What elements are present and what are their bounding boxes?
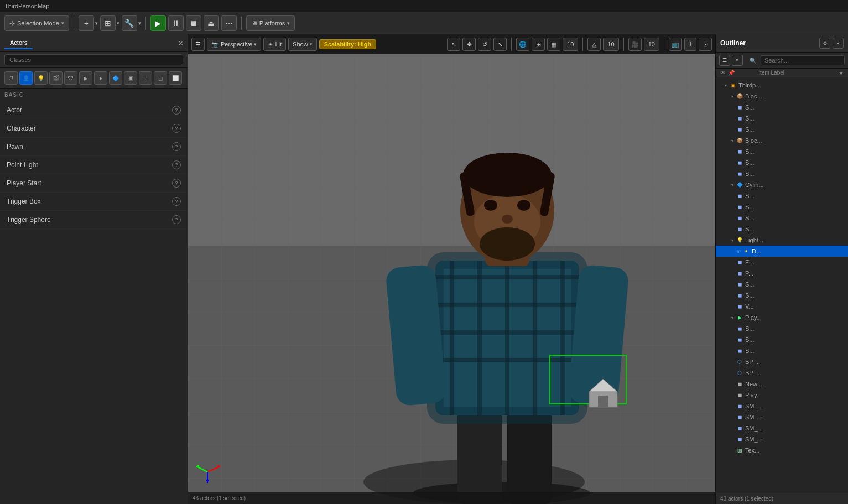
rotate-tool-button[interactable]: ↺ (478, 38, 491, 51)
angle-size-button[interactable]: 10 (603, 38, 618, 51)
platforms-button[interactable]: 🖥 Platforms ▾ (246, 15, 295, 31)
eject-button[interactable]: ⏏ (204, 15, 219, 31)
outliner-sort-button[interactable]: ≡ (732, 55, 743, 66)
tree-item-s5[interactable]: ◼ S... (716, 157, 848, 168)
class-icon-actor[interactable]: 👤 (19, 71, 33, 85)
tree-item-s14[interactable]: ◼ S... (716, 334, 848, 345)
tree-item-sm3[interactable]: ◼ SM_... (716, 423, 848, 434)
viewport-menu-button[interactable]: ☰ (191, 38, 205, 51)
tree-item-block1[interactable]: ▾ 📦 Bloc... (716, 91, 848, 102)
class-item-pawn[interactable]: Pawn ? (0, 138, 188, 156)
angle-snap-button[interactable]: △ (587, 38, 601, 51)
expand-arrow-play[interactable]: ▾ (729, 314, 736, 321)
grid-snap-button[interactable]: ▦ (547, 38, 560, 51)
stop-button[interactable]: ⏹ (186, 15, 201, 31)
outliner-settings-button[interactable]: ⚙ (819, 38, 830, 49)
class-icon-camera[interactable]: 🎬 (49, 71, 63, 85)
show-button[interactable]: Show ▾ (288, 38, 317, 51)
class-icon-physics[interactable]: □ (139, 71, 152, 85)
tree-item-s1[interactable]: ◼ S... (716, 102, 848, 113)
tree-item-s13[interactable]: ◼ S... (716, 323, 848, 334)
selection-mode-button[interactable]: ⊹ Selection Mode ▾ (4, 15, 69, 31)
point-light-help-icon[interactable]: ? (172, 160, 181, 169)
player-start-help-icon[interactable]: ? (172, 179, 181, 188)
class-item-character[interactable]: Character ? (0, 119, 188, 138)
tree-item-s8[interactable]: ◼ S... (716, 201, 848, 212)
tree-item-s12[interactable]: ◼ S... (716, 290, 848, 301)
class-icon-recent[interactable]: ⏱ (4, 71, 18, 85)
tree-item-thirdpersonmap[interactable]: ▾ ▣ Thirdp... (716, 80, 848, 91)
class-item-player-start[interactable]: Player Start ? (0, 174, 188, 193)
tree-item-s10[interactable]: ◼ S... (716, 224, 848, 235)
outliner-tree[interactable]: ▾ ▣ Thirdp... ▾ 📦 Bloc... ◼ S... ◼ S... … (716, 77, 848, 493)
add-content-button[interactable]: + (79, 15, 94, 31)
perspective-button[interactable]: 📷 Perspective ▾ (207, 38, 261, 51)
lit-button[interactable]: ☀ Lit (263, 38, 286, 51)
scale-tool-button[interactable]: ⤡ (493, 38, 507, 51)
grid-size-button[interactable]: 10 (563, 38, 578, 51)
tree-item-sm1[interactable]: ◼ SM_... (716, 401, 848, 412)
tree-item-sm2[interactable]: ◼ SM_... (716, 412, 848, 423)
camera-speed-button[interactable]: 🎥 (628, 38, 642, 51)
classes-search-input[interactable] (4, 54, 183, 65)
class-icon-trigger[interactable]: ▶ (79, 71, 92, 85)
character-help-icon[interactable]: ? (172, 124, 181, 133)
tree-item-s7[interactable]: ◼ S... (716, 190, 848, 201)
play-button[interactable]: ▶ (150, 15, 166, 31)
tree-item-new[interactable]: ◼ New... (716, 378, 848, 389)
tree-item-tex1[interactable]: ▨ Tex... (716, 445, 848, 456)
tree-item-s4[interactable]: ◼ S... (716, 146, 848, 157)
pawn-help-icon[interactable]: ? (172, 142, 181, 151)
snap-settings-button[interactable]: ⊞ (532, 38, 545, 51)
expand-arrow-map[interactable]: ▾ (722, 82, 729, 89)
class-icon-light[interactable]: 💡 (34, 71, 48, 85)
scalability-badge[interactable]: Scalability: High (319, 39, 377, 49)
outliner-search-input[interactable] (761, 55, 845, 65)
class-icon-custom[interactable]: ⬜ (169, 71, 182, 85)
screen-pct-button[interactable]: 📺 (669, 38, 682, 51)
panel-close-button[interactable]: × (179, 39, 183, 48)
outliner-close-button[interactable]: × (833, 38, 844, 49)
trigger-sphere-help-icon[interactable]: ? (172, 215, 181, 224)
class-icon-nav[interactable]: 🔷 (109, 71, 122, 85)
tree-item-v1[interactable]: ◼ V... (716, 301, 848, 312)
expand-arrow-block1[interactable]: ▾ (729, 93, 736, 100)
expand-arrow-lights[interactable]: ▾ (729, 237, 736, 243)
tree-item-play2[interactable]: ◼ Play... (716, 389, 848, 401)
class-item-trigger-sphere[interactable]: Trigger Sphere ? (0, 211, 188, 229)
tree-item-e1[interactable]: ◼ E... (716, 257, 848, 268)
tree-item-s6[interactable]: ◼ S... (716, 168, 848, 179)
tree-item-s2[interactable]: ◼ S... (716, 113, 848, 124)
tree-item-bp1[interactable]: ⬡ BP_... (716, 356, 848, 367)
tree-item-playerstart[interactable]: ▾ ▶ Play... (716, 312, 848, 323)
world-space-button[interactable]: 🌐 (516, 38, 529, 51)
tree-item-lights[interactable]: ▾ 💡 Light... (716, 235, 848, 246)
camera-speed-value-button[interactable]: 10 (644, 38, 659, 51)
tree-item-s15[interactable]: ◼ S... (716, 345, 848, 356)
class-item-point-light[interactable]: Point Light ? (0, 156, 188, 174)
class-icon-shape[interactable]: 🛡 (64, 71, 77, 85)
tree-item-s9[interactable]: ◼ S... (716, 212, 848, 224)
class-icon-volume[interactable]: ♦ (94, 71, 107, 85)
tree-item-block2[interactable]: ▾ 📦 Bloc... (716, 135, 848, 146)
tree-item-p1[interactable]: ◼ P... (716, 268, 848, 279)
outliner-filter-button[interactable]: ☰ (719, 55, 730, 66)
actor-help-icon[interactable]: ? (172, 106, 181, 115)
tree-item-cylinder[interactable]: ▾ 🔷 Cylin... (716, 179, 848, 190)
content-browser-button[interactable]: ⊞ (100, 15, 116, 31)
pause-button[interactable]: ⏸ (168, 15, 184, 31)
class-item-actor[interactable]: Actor ? (0, 101, 188, 119)
maximize-button[interactable]: ⊡ (699, 38, 712, 51)
actors-tab[interactable]: Actors (4, 37, 33, 49)
screen-pct-value-button[interactable]: 1 (684, 38, 696, 51)
viewport[interactable]: ☰ 📷 Perspective ▾ ☀ Lit Show ▾ Scalabili… (188, 34, 715, 504)
snap-button[interactable]: 🔧 (122, 15, 137, 31)
trigger-box-help-icon[interactable]: ? (172, 197, 181, 206)
tree-item-sm4[interactable]: ◼ SM_... (716, 434, 848, 445)
tree-item-bp2[interactable]: ⬡ BP_... (716, 367, 848, 378)
select-tool-button[interactable]: ↖ (447, 38, 460, 51)
class-icon-vfx[interactable]: ▣ (124, 71, 137, 85)
tree-item-s11[interactable]: ◼ S... (716, 279, 848, 290)
class-item-trigger-box[interactable]: Trigger Box ? (0, 193, 188, 211)
tree-item-directional-selected[interactable]: 👁 ✦ D... (716, 246, 848, 257)
